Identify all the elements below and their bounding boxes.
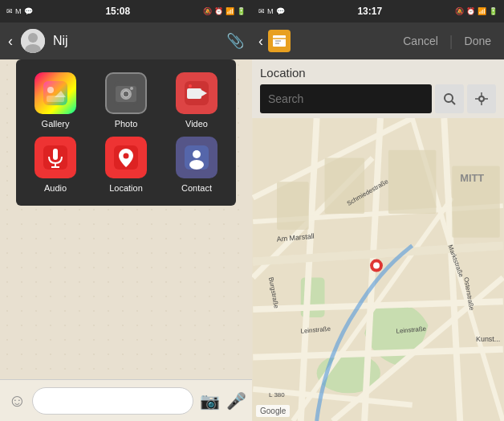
left-time: 15:08 bbox=[105, 6, 130, 17]
right-panel: ✉ M 💬 13:17 🔕 ⏰ 📶 🔋 ‹ Cancel | Done bbox=[252, 0, 504, 421]
contact-label: Contact bbox=[181, 183, 212, 193]
right-status-bar: ✉ M 💬 13:17 🔕 ⏰ 📶 🔋 bbox=[252, 0, 504, 22]
mute-icon: 🔕 bbox=[203, 7, 212, 15]
search-icon bbox=[443, 92, 456, 105]
location-menu-item[interactable]: Location bbox=[95, 137, 157, 193]
svg-point-1 bbox=[28, 33, 38, 43]
right-gmail-icon: M bbox=[267, 7, 274, 15]
photo-menu-item[interactable]: Photo bbox=[95, 72, 157, 129]
location-title: Location bbox=[260, 66, 496, 80]
gps-icon bbox=[475, 92, 488, 105]
message-input[interactable] bbox=[32, 387, 193, 415]
alarm-icon: ⏰ bbox=[214, 7, 223, 15]
svg-point-32 bbox=[479, 96, 484, 101]
left-right-icons: 🔕 ⏰ 📶 🔋 bbox=[203, 7, 246, 15]
done-button[interactable]: Done bbox=[458, 35, 498, 47]
svg-rect-55 bbox=[388, 150, 437, 214]
right-status-icons-left: ✉ M 💬 bbox=[258, 7, 285, 15]
svg-rect-17 bbox=[53, 149, 58, 160]
video-menu-item[interactable]: Video bbox=[165, 72, 228, 129]
contact-menu-item[interactable]: Contact bbox=[165, 137, 228, 193]
right-time: 13:17 bbox=[357, 6, 382, 17]
svg-text:Kunst...: Kunst... bbox=[476, 335, 500, 343]
svg-point-23 bbox=[193, 150, 201, 158]
left-panel: ✉ M 💬 15:08 🔕 ⏰ 📶 🔋 ‹ Nij 📎 bbox=[0, 0, 252, 421]
svg-point-24 bbox=[189, 160, 204, 170]
video-label: Video bbox=[185, 119, 208, 129]
gallery-menu-item[interactable]: Gallery bbox=[24, 72, 87, 129]
battery-icon: 🔋 bbox=[237, 7, 246, 15]
back-button[interactable]: ‹ bbox=[8, 33, 13, 50]
my-location-button[interactable] bbox=[467, 84, 496, 113]
svg-rect-13 bbox=[187, 88, 201, 99]
emoji-button[interactable]: ☺ bbox=[8, 390, 26, 411]
search-input[interactable] bbox=[260, 84, 432, 113]
avatar bbox=[21, 29, 45, 53]
right-status-icons-right: 🔕 ⏰ 📶 🔋 bbox=[455, 7, 498, 15]
left-status-bar: ✉ M 💬 15:08 🔕 ⏰ 📶 🔋 bbox=[0, 0, 252, 22]
svg-point-15 bbox=[189, 84, 192, 88]
attachment-menu: Gallery Photo bbox=[16, 59, 236, 206]
gmail-icon: M bbox=[15, 7, 22, 15]
cancel-button[interactable]: Cancel bbox=[396, 35, 445, 47]
camera-button[interactable]: 📷 bbox=[200, 391, 220, 411]
map-container[interactable]: Am Marstall Burgstraße Schmiedestraße Le… bbox=[252, 118, 504, 421]
msg-icon: 💬 bbox=[24, 7, 33, 15]
header-divider: | bbox=[449, 33, 453, 50]
right-wifi-icon: 📶 bbox=[478, 7, 486, 15]
map-svg: Am Marstall Burgstraße Schmiedestraße Le… bbox=[252, 118, 504, 421]
svg-rect-57 bbox=[277, 182, 309, 230]
svg-point-69 bbox=[373, 263, 380, 269]
left-bottom-bar: ☺ 📷 🎤 bbox=[0, 379, 252, 421]
photo-label: Photo bbox=[115, 119, 138, 129]
right-mute-icon: 🔕 bbox=[455, 7, 464, 15]
mic-button[interactable]: 🎤 bbox=[226, 391, 246, 411]
right-back-button[interactable]: ‹ bbox=[258, 33, 263, 50]
svg-point-5 bbox=[47, 87, 54, 93]
audio-label: Audio bbox=[44, 183, 67, 193]
svg-line-31 bbox=[452, 101, 455, 104]
right-msg-icon: 💬 bbox=[276, 7, 285, 15]
right-alarm-icon: ⏰ bbox=[466, 7, 475, 15]
attachment-button[interactable]: 📎 bbox=[226, 32, 244, 50]
svg-text:L 380: L 380 bbox=[269, 391, 285, 399]
mail-icon: ✉ bbox=[6, 7, 13, 15]
gallery-icon bbox=[35, 72, 76, 114]
contact-icon bbox=[176, 137, 217, 178]
audio-icon bbox=[35, 137, 76, 178]
audio-menu-item[interactable]: Audio bbox=[24, 137, 87, 193]
right-mail-icon: ✉ bbox=[258, 7, 265, 15]
svg-rect-54 bbox=[325, 158, 365, 214]
wifi-icon: 📶 bbox=[226, 7, 234, 15]
right-battery-icon: 🔋 bbox=[489, 7, 498, 15]
chat-title: Nij bbox=[53, 34, 218, 48]
location-icon bbox=[105, 137, 147, 178]
location-section: Location bbox=[252, 59, 504, 118]
svg-point-11 bbox=[130, 87, 133, 90]
svg-text:MITT: MITT bbox=[460, 172, 484, 184]
left-status-icons: ✉ M 💬 bbox=[6, 7, 33, 15]
search-button[interactable] bbox=[435, 84, 464, 113]
google-logo: Google bbox=[256, 405, 290, 417]
right-header-icon bbox=[268, 30, 291, 52]
svg-point-21 bbox=[124, 153, 129, 159]
right-header: ‹ Cancel | Done bbox=[252, 22, 504, 59]
location-label: Location bbox=[109, 183, 143, 193]
video-icon bbox=[176, 72, 217, 114]
photo-icon bbox=[105, 72, 147, 114]
search-row bbox=[260, 84, 496, 113]
gallery-label: Gallery bbox=[42, 119, 70, 129]
svg-point-30 bbox=[445, 94, 453, 102]
left-header: ‹ Nij 📎 bbox=[0, 22, 252, 59]
